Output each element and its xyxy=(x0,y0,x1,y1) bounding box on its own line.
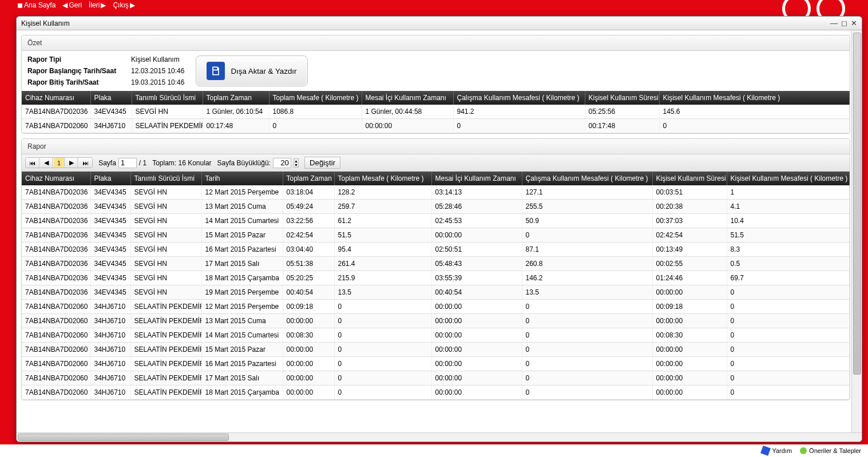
cell: 0 xyxy=(334,357,431,371)
pager: ⏮ ◀ 1 ▶ ⏭ Sayfa / 1 Toplam: 16 Konular S… xyxy=(22,154,850,172)
table-row[interactable]: 7AB14NBA7D0206034HJ6710SELAATİN PEKDEMİR… xyxy=(22,314,850,328)
pager-size-label: Sayfa Büyüklüğü: xyxy=(217,159,271,167)
column-header[interactable]: Tanımlı Sürücü İsmi xyxy=(130,172,201,185)
cell: 00:00:00 xyxy=(431,328,522,343)
cell: 03:04:40 xyxy=(283,243,334,257)
cell: 0 xyxy=(522,328,652,343)
table-row[interactable]: 7AB14NBA7D0203634EV4345SEVGİ HN12 Mart 2… xyxy=(22,185,850,200)
table-row[interactable]: 7AB14NBA7D0206034HJ6710SELAATİN PEKDEMİR… xyxy=(22,386,850,400)
column-header[interactable]: Kişisel Kullanım Mesafesi ( Kilometre ) xyxy=(727,172,850,185)
cell: 00:00:00 xyxy=(431,314,522,328)
table-row[interactable]: 7AB14NBA7D0206034HJ6710SELAATİN PEKDEMİR… xyxy=(22,119,850,133)
pager-change-button[interactable]: Değiştir xyxy=(304,157,340,169)
table-row[interactable]: 7AB14NBA7D0203634EV4345SEVGİ HN13 Mart 2… xyxy=(22,200,850,214)
cell: 34EV4345 xyxy=(90,105,132,119)
column-header[interactable]: Plaka xyxy=(90,172,130,185)
export-print-label: Dışa Aktar & Yazdır xyxy=(231,67,296,75)
column-header[interactable]: Cihaz Numarası xyxy=(22,91,90,105)
table-row[interactable]: 7AB14NBA7D0203634EV4345SEVGİ HN18 Mart 2… xyxy=(22,271,850,285)
table-row[interactable]: 7AB14NBA7D0206034HJ6710SELAATİN PEKDEMİR… xyxy=(22,357,850,371)
value-start: 12.03.2015 10:46 xyxy=(131,67,184,75)
cell: 7AB14NBA7D02060 xyxy=(22,343,90,357)
table-row[interactable]: 7AB14NBA7D0206034HJ6710SELAATİN PEKDEMİR… xyxy=(22,300,850,314)
pager-prev[interactable]: ◀ xyxy=(41,158,53,168)
cell: 34HJ6710 xyxy=(90,386,130,400)
column-header[interactable]: Plaka xyxy=(90,91,132,105)
cell: 00:00:00 xyxy=(283,371,334,386)
summary-panel: Özet Rapor Tipi Kişisel Kullanım Rapor B… xyxy=(21,35,850,134)
pager-size-input[interactable] xyxy=(273,158,291,168)
nav-home[interactable]: ◼ Ana Sayfa xyxy=(17,1,56,9)
table-row[interactable]: 7AB14NBA7D0203634EV4345SEVGİ HN16 Mart 2… xyxy=(22,243,850,257)
cell: 15 Mart 2015 Pazar xyxy=(201,228,283,243)
column-header[interactable]: Çalışma Kullanım Mesafesi ( Kilometre ) xyxy=(522,172,652,185)
cell: 1 Günler, 06:10:54 xyxy=(203,105,269,119)
cell: 12 Mart 2015 Perşembe xyxy=(201,300,283,314)
column-header[interactable]: Kişisel Kullanım Süresi xyxy=(652,172,727,185)
cell: 0 xyxy=(522,343,652,357)
pager-page-input[interactable] xyxy=(118,158,137,168)
maximize-icon[interactable]: ◻ xyxy=(841,19,847,27)
cell: 261.4 xyxy=(334,257,431,271)
column-header[interactable]: Toplam Zaman xyxy=(203,91,269,105)
table-row[interactable]: 7AB14NBA7D0206034HJ6710SELAATİN PEKDEMİR… xyxy=(22,343,850,357)
cell: 215.9 xyxy=(334,271,431,285)
column-header[interactable]: Kişisel Kullanım Mesafesi ( Kilometre ) xyxy=(659,91,850,105)
table-row[interactable]: 7AB14NBA7D0203634EV4345SEVGİ HN15 Mart 2… xyxy=(22,228,850,243)
value-report-type: Kişisel Kullanım xyxy=(131,55,184,63)
table-row[interactable]: 7AB14NBA7D0206034HJ6710SELAATİN PEKDEMİR… xyxy=(22,371,850,386)
column-header[interactable]: Kişisel Kullanım Süresi xyxy=(585,91,659,105)
cell: 01:24:46 xyxy=(652,271,727,285)
column-header[interactable]: Tanımlı Sürücü İsmi xyxy=(132,91,203,105)
pager-last[interactable]: ⏭ xyxy=(79,158,92,168)
column-header[interactable]: Toplam Zaman xyxy=(283,172,334,185)
cell: 34HJ6710 xyxy=(90,119,132,133)
table-row[interactable]: 7AB14NBA7D0203634EV4345SEVGİ HN14 Mart 2… xyxy=(22,214,850,228)
column-header[interactable]: Tarih xyxy=(201,172,283,185)
column-header[interactable]: Mesai İçi Kullanım Zamanı xyxy=(431,172,522,185)
cell: 128.2 xyxy=(334,185,431,200)
top-nav: ◼ Ana Sayfa ◀ Geri İleri ▶ Çıkış ▶ xyxy=(0,0,868,10)
vertical-scrollbar[interactable] xyxy=(851,30,862,432)
suggestions-link[interactable]: Öneriler & Talepler xyxy=(800,447,861,454)
cell: 7AB14NBA7D02060 xyxy=(22,357,90,371)
cell: 00:17:48 xyxy=(585,119,659,133)
horizontal-scrollbar[interactable] xyxy=(17,432,862,442)
cell: SEVGİ HN xyxy=(130,285,201,300)
cell: 61.2 xyxy=(334,214,431,228)
cell: 00:08:30 xyxy=(283,328,334,343)
report-window: Kişisel Kullanım — ◻ ✕ Özet Rapor Tipi K… xyxy=(16,16,862,442)
table-row[interactable]: 7AB14NBA7D0203634EV4345SEVGİ HN19 Mart 2… xyxy=(22,285,850,300)
nav-back[interactable]: ◀ Geri xyxy=(62,1,82,9)
minimize-icon[interactable]: — xyxy=(830,19,838,27)
export-print-button[interactable]: Dışa Aktar & Yazdır xyxy=(196,55,307,86)
pager-next[interactable]: ▶ xyxy=(66,158,78,168)
cell: 7AB14NBA7D02036 xyxy=(22,200,90,214)
nav-forward[interactable]: İleri ▶ xyxy=(89,1,106,9)
column-header[interactable]: Mesai İçi Kullanım Zamanı xyxy=(362,91,453,105)
pager-current[interactable]: 1 xyxy=(54,158,65,168)
cell: 0 xyxy=(727,328,850,343)
cell: 51.5 xyxy=(334,228,431,243)
cell: 14 Mart 2015 Cumartesi xyxy=(201,328,283,343)
cell: SEVGİ HN xyxy=(130,271,201,285)
cell: 0 xyxy=(269,119,362,133)
cell: 05:20:25 xyxy=(283,271,334,285)
nav-exit[interactable]: Çıkış ▶ xyxy=(113,1,134,9)
label-start: Rapor Başlangıç Tarih/Saat xyxy=(27,67,128,75)
cell: 0 xyxy=(727,371,850,386)
column-header[interactable]: Cihaz Numarası xyxy=(22,172,90,185)
spinner-icon[interactable]: ▲▼ xyxy=(294,158,299,168)
table-row[interactable]: 7AB14NBA7D0203634EV4345SEVGİ HN1 Günler,… xyxy=(22,105,850,119)
pager-first[interactable]: ⏮ xyxy=(26,158,39,168)
cell: 13.5 xyxy=(334,285,431,300)
table-row[interactable]: 7AB14NBA7D0206034HJ6710SELAATİN PEKDEMİR… xyxy=(22,328,850,343)
column-header[interactable]: Çalışma Kullanım Mesafesi ( Kilometre ) xyxy=(453,91,585,105)
table-row[interactable]: 7AB14NBA7D0203634EV4345SEVGİ HN17 Mart 2… xyxy=(22,257,850,271)
column-header[interactable]: Toplam Mesafe ( Kilometre ) xyxy=(334,172,431,185)
cell: 0 xyxy=(522,386,652,400)
column-header[interactable]: Toplam Mesafe ( Kilometre ) xyxy=(269,91,362,105)
help-link[interactable]: Yardım xyxy=(762,447,792,455)
cell: 00:09:18 xyxy=(283,300,334,314)
close-icon[interactable]: ✕ xyxy=(851,19,857,27)
